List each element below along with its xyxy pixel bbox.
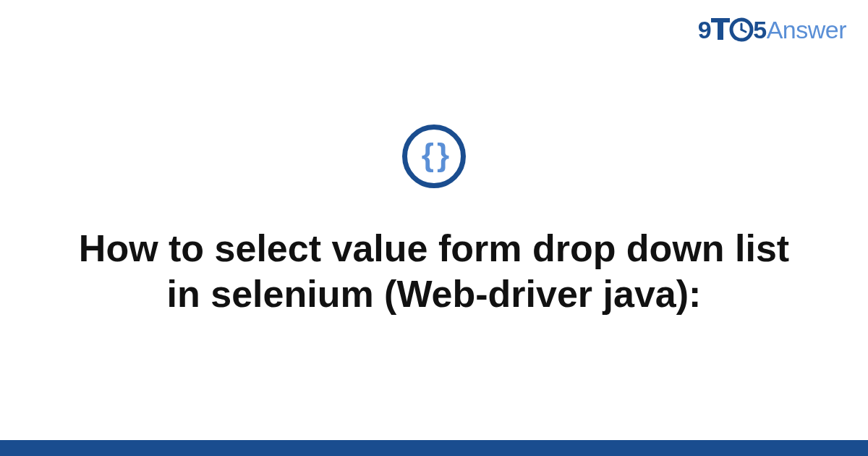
- main-content: { } How to select value form drop down l…: [0, 0, 868, 456]
- article-title: How to select value form drop down list …: [65, 226, 803, 318]
- category-badge: { }: [402, 124, 466, 188]
- footer-accent-bar: [0, 440, 868, 456]
- curly-braces-icon: { }: [422, 139, 446, 171]
